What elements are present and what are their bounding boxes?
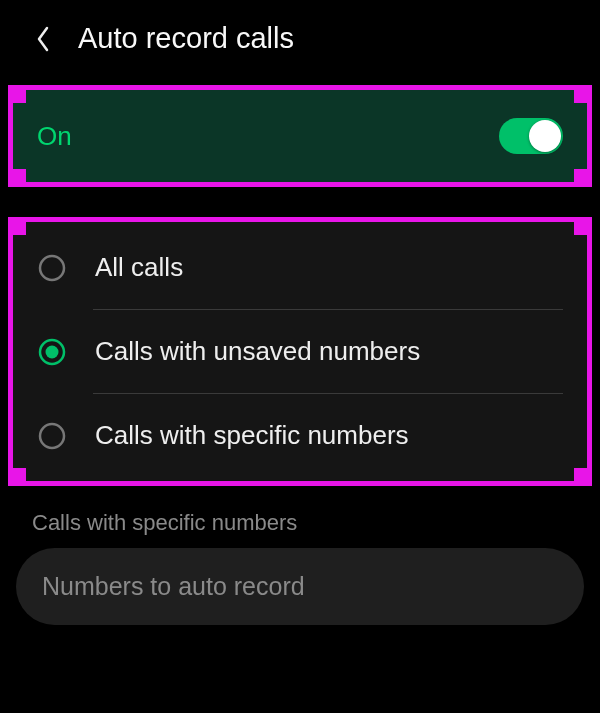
radio-icon: [37, 421, 67, 451]
header-bar: Auto record calls: [0, 0, 600, 77]
toggle-label: On: [37, 121, 72, 152]
highlight-options-section: All calls Calls with unsaved numbers Cal…: [8, 217, 592, 486]
radio-icon: [37, 253, 67, 283]
option-specific-numbers[interactable]: Calls with specific numbers: [13, 394, 587, 477]
master-toggle-row[interactable]: On: [13, 90, 587, 182]
back-icon[interactable]: [28, 24, 58, 54]
svg-point-2: [46, 345, 59, 358]
option-label: Calls with specific numbers: [95, 420, 409, 451]
svg-point-0: [40, 256, 64, 280]
highlight-toggle-section: On: [8, 85, 592, 187]
options-card: All calls Calls with unsaved numbers Cal…: [13, 222, 587, 481]
svg-point-3: [40, 424, 64, 448]
option-label: Calls with unsaved numbers: [95, 336, 420, 367]
toggle-switch[interactable]: [499, 118, 563, 154]
specific-section-label: Calls with specific numbers: [0, 494, 600, 548]
radio-icon-selected: [37, 337, 67, 367]
page-title: Auto record calls: [78, 22, 294, 55]
option-unsaved-numbers[interactable]: Calls with unsaved numbers: [13, 310, 587, 393]
option-label: All calls: [95, 252, 183, 283]
option-all-calls[interactable]: All calls: [13, 226, 587, 309]
toggle-knob: [529, 120, 561, 152]
numbers-input[interactable]: Numbers to auto record: [16, 548, 584, 625]
